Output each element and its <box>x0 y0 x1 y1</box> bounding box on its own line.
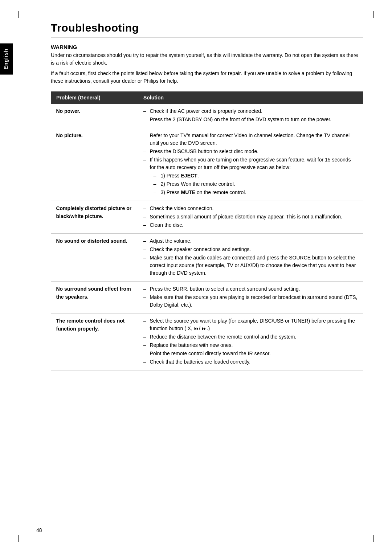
corner-mark-tl <box>18 11 25 18</box>
title-divider <box>51 37 363 37</box>
table-row: Completely distorted picture or black/wh… <box>51 201 363 234</box>
table-row: No surround sound effect from the speake… <box>51 282 363 314</box>
side-tab: English <box>0 44 13 75</box>
page: English Troubleshooting WARNING Under no… <box>0 0 392 553</box>
problem-cell: No picture. <box>51 128 138 201</box>
main-content: Troubleshooting WARNING Under no circums… <box>51 22 363 370</box>
problem-cell: No sound or distorted sound. <box>51 234 138 282</box>
table-row: The remote control does not function pro… <box>51 314 363 370</box>
corner-mark-tr <box>367 11 374 18</box>
col-header-problem: Problem (General) <box>51 92 138 104</box>
corner-mark-br <box>367 535 374 542</box>
troubleshooting-table: Problem (General) Solution No power.Chec… <box>51 91 363 370</box>
solution-cell: Refer to your TV's manual for correct Vi… <box>138 128 363 201</box>
page-title: Troubleshooting <box>51 22 363 34</box>
problem-cell: No surround sound effect from the speake… <box>51 282 138 314</box>
warning-text-1: Under no circumstances should you try to… <box>51 52 363 67</box>
table-header-row: Problem (General) Solution <box>51 92 363 104</box>
warning-title: WARNING <box>51 44 363 50</box>
solution-cell: Check if the AC power cord is properly c… <box>138 104 363 128</box>
corner-mark-bl <box>18 535 25 542</box>
problem-cell: Completely distorted picture or black/wh… <box>51 201 138 234</box>
table-row: No sound or distorted sound.Adjust the v… <box>51 234 363 282</box>
problem-cell: No power. <box>51 104 138 128</box>
table-row: No picture.Refer to your TV's manual for… <box>51 128 363 201</box>
solution-cell: Check the video connection.Sometimes a s… <box>138 201 363 234</box>
warning-text-2: If a fault occurs, first check the point… <box>51 70 363 85</box>
page-number: 48 <box>36 527 42 533</box>
warning-section: WARNING Under no circumstances should yo… <box>51 44 363 85</box>
col-header-solution: Solution <box>138 92 363 104</box>
table-row: No power.Check if the AC power cord is p… <box>51 104 363 128</box>
problem-cell: The remote control does not function pro… <box>51 314 138 370</box>
solution-cell: Press the SURR. button to select a corre… <box>138 282 363 314</box>
solution-cell: Adjust the volume.Check the speaker conn… <box>138 234 363 282</box>
solution-cell: Select the source you want to play (for … <box>138 314 363 370</box>
